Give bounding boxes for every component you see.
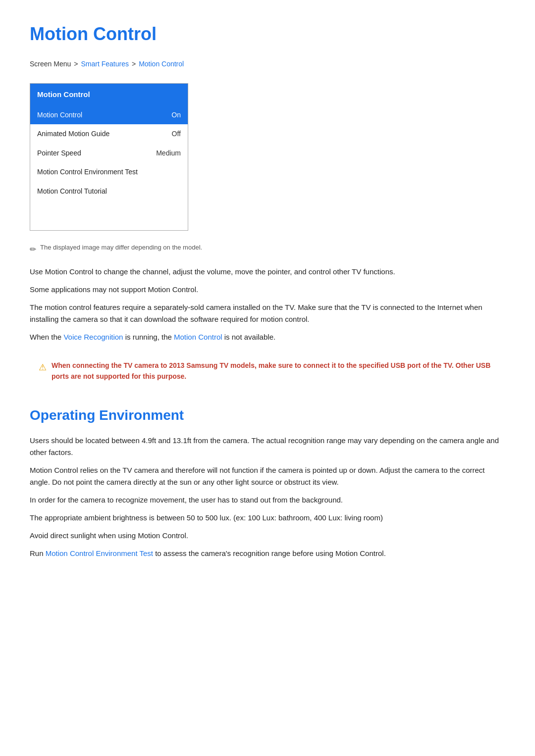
menu-spacer (30, 201, 188, 230)
breadcrumb-smart-features[interactable]: Smart Features (81, 58, 128, 69)
inline-prefix: When the (30, 333, 63, 341)
breadcrumb-screen-menu: Screen Menu (30, 58, 71, 69)
section2-para-1: Motion Control relies on the TV camera a… (30, 464, 505, 488)
menu-item-tutorial[interactable]: Motion Control Tutorial (30, 182, 188, 201)
environment-test-link[interactable]: Motion Control Environment Test (46, 549, 153, 557)
menu-item-animated-motion-guide[interactable]: Animated Motion Guide Off (30, 124, 188, 143)
warning-box: ⚠ When connecting the TV camera to 2013 … (30, 353, 505, 389)
page-title: Motion Control (30, 20, 505, 49)
motion-control-link[interactable]: Motion Control (174, 333, 222, 341)
menu-header: Motion Control (30, 84, 188, 105)
menu-item-motion-control[interactable]: Motion Control On (30, 105, 188, 124)
menu-item-label-0: Motion Control (37, 109, 82, 120)
section2-para-4: Avoid direct sunlight when using Motion … (30, 530, 505, 542)
breadcrumb: Screen Menu > Smart Features > Motion Co… (30, 58, 505, 69)
body-para-0: Use Motion Control to change the channel… (30, 266, 505, 278)
menu-box: Motion Control Motion Control On Animate… (30, 83, 188, 231)
menu-item-value-0: On (171, 109, 181, 120)
menu-item-pointer-speed[interactable]: Pointer Speed Medium (30, 144, 188, 162)
menu-item-label-1: Animated Motion Guide (37, 128, 109, 139)
body-para-2: The motion control features require a se… (30, 302, 505, 325)
breadcrumb-sep-2: > (132, 58, 136, 69)
inline-suffix: is not available. (222, 333, 276, 341)
menu-item-value-1: Off (172, 128, 181, 139)
section2-para-0: Users should be located between 4.9ft an… (30, 435, 505, 458)
inline-para: When the Voice Recognition is running, t… (30, 331, 505, 343)
warning-text: When connecting the TV camera to 2013 Sa… (52, 360, 496, 382)
warning-triangle-icon: ⚠ (39, 360, 47, 375)
body-para-1: Some applications may not support Motion… (30, 284, 505, 296)
menu-item-environment-test[interactable]: Motion Control Environment Test (30, 162, 188, 181)
note-text: The displayed image may differ depending… (40, 243, 202, 253)
section2-last-para: Run Motion Control Environment Test to a… (30, 548, 505, 559)
last-para-prefix: Run (30, 549, 46, 557)
menu-item-value-2: Medium (156, 148, 181, 158)
pencil-icon: ✏ (30, 243, 36, 256)
last-para-suffix: to assess the camera's recognition range… (153, 549, 386, 557)
section2-para-3: The appropriate ambient brightness is be… (30, 512, 505, 524)
voice-recognition-link[interactable]: Voice Recognition (63, 333, 123, 341)
breadcrumb-sep-1: > (74, 58, 78, 69)
menu-item-label-2: Pointer Speed (37, 148, 81, 158)
section2-para-2: In order for the camera to recognize mov… (30, 494, 505, 506)
inline-middle: is running, the (123, 333, 174, 341)
section2-title: Operating Environment (30, 404, 505, 427)
warning-line: ⚠ When connecting the TV camera to 2013 … (39, 360, 496, 382)
note-line: ✏ The displayed image may differ dependi… (30, 243, 505, 256)
breadcrumb-motion-control[interactable]: Motion Control (139, 58, 184, 69)
